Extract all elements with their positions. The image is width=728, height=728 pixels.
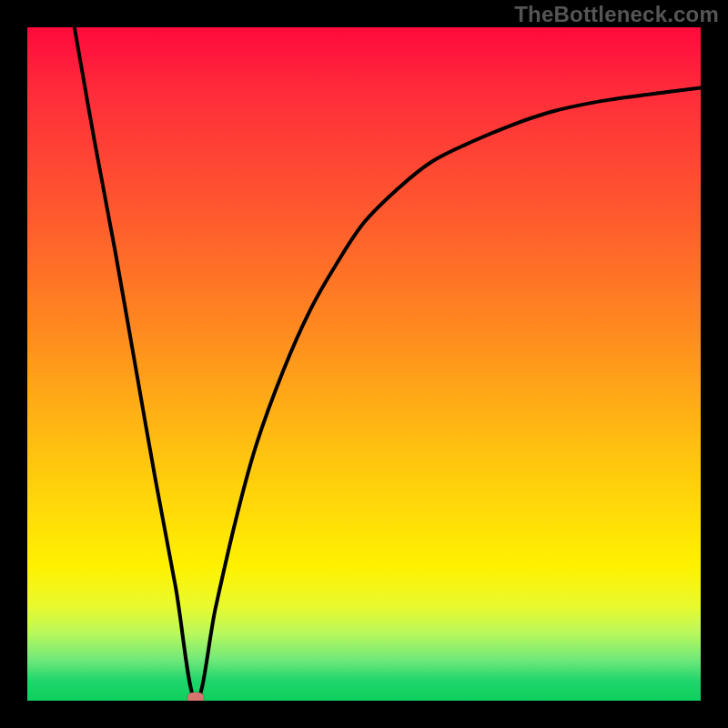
curve-svg: [27, 27, 701, 701]
chart-frame: TheBottleneck.com: [0, 0, 728, 728]
plot-area: [27, 27, 701, 701]
minimum-marker-icon: [187, 693, 204, 701]
bottleneck-curve-line: [75, 27, 701, 701]
watermark-text: TheBottleneck.com: [514, 2, 719, 27]
